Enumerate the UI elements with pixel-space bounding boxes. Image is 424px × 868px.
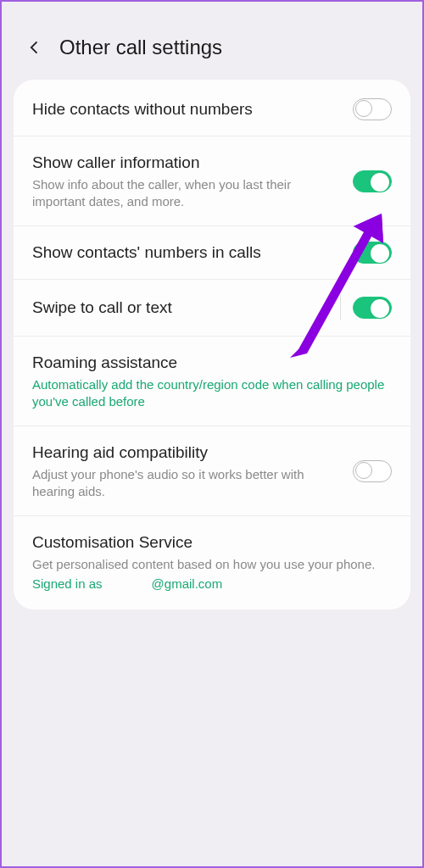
row-roaming-assistance[interactable]: Roaming assistance Automatically add the… (14, 337, 410, 426)
toggle-hearing-aid[interactable] (353, 460, 392, 482)
page-title: Other call settings (59, 36, 222, 59)
row-subtitle: Get personalised content based on how yo… (32, 556, 392, 573)
toggle-swipe-call-text[interactable] (353, 297, 392, 319)
toggle-hide-contacts[interactable] (353, 98, 392, 120)
row-title: Hide contacts without numbers (32, 98, 341, 120)
row-title: Hearing aid compatibility (32, 442, 341, 464)
signed-in-domain: @gmail.com (152, 576, 223, 591)
divider (340, 295, 341, 320)
back-icon[interactable] (25, 38, 44, 57)
signed-in-text: Signed in as@gmail.com (32, 576, 392, 591)
row-title: Customisation Service (32, 531, 392, 554)
row-hearing-aid[interactable]: Hearing aid compatibility Adjust your ph… (14, 426, 410, 516)
signed-in-prefix: Signed in as (32, 576, 103, 591)
toggle-show-caller-info[interactable] (353, 170, 392, 192)
row-title: Show contacts' numbers in calls (32, 242, 341, 264)
row-show-caller-info[interactable]: Show caller information Show info about … (14, 136, 410, 226)
settings-card: Hide contacts without numbers Show calle… (14, 80, 410, 609)
row-show-contacts-numbers[interactable]: Show contacts' numbers in calls (14, 226, 410, 280)
row-swipe-call-text[interactable]: Swipe to call or text (14, 280, 410, 337)
row-title: Swipe to call or text (32, 297, 328, 319)
header: Other call settings (2, 2, 422, 80)
row-hide-contacts[interactable]: Hide contacts without numbers (14, 83, 410, 136)
row-subtitle: Adjust your phone's audio so it works be… (32, 466, 341, 501)
row-subtitle: Show info about the caller, when you las… (32, 176, 341, 211)
row-subtitle: Automatically add the country/region cod… (32, 376, 392, 411)
row-title: Show caller information (32, 152, 341, 174)
row-title: Roaming assistance (32, 352, 392, 374)
row-customisation-service[interactable]: Customisation Service Get personalised c… (14, 516, 410, 606)
toggle-show-contacts-numbers[interactable] (353, 242, 392, 264)
